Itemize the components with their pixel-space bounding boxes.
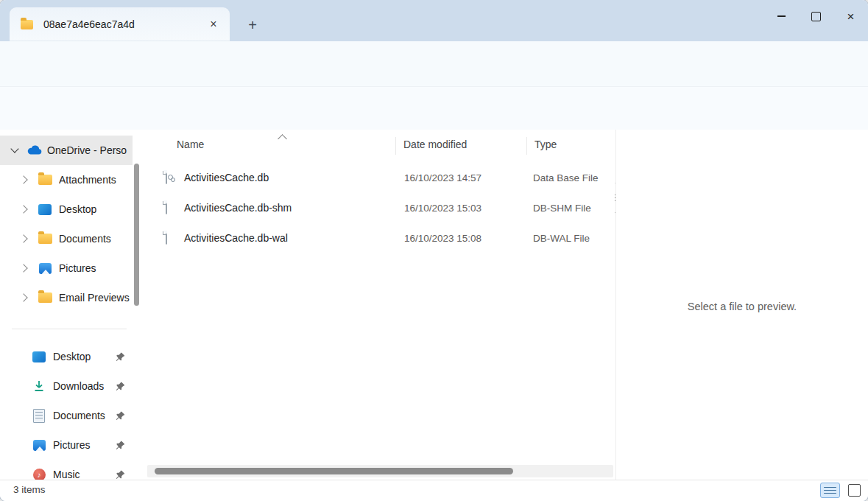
column-separator[interactable] <box>526 137 527 155</box>
column-header-name[interactable]: Name <box>177 139 204 150</box>
folder-icon <box>18 20 35 29</box>
folder-icon <box>37 234 53 244</box>
sidebar-item-label: Email Previews <box>59 292 130 304</box>
sidebar-item-documents-pinned[interactable]: Documents <box>0 401 133 430</box>
address-row: ← → ↑ « Local › ConnectedDevicesPlatform… <box>0 86 868 130</box>
file-icon <box>166 201 167 214</box>
tab-title: 08ae7a4e6eac7a4d <box>43 18 135 30</box>
horizontal-scrollbar[interactable] <box>147 465 613 477</box>
chevron-down-icon[interactable] <box>10 144 18 153</box>
pin-icon <box>116 411 125 421</box>
column-separator[interactable] <box>395 137 396 155</box>
file-row-activitiescache-db[interactable]: ActivitiesCache.db 16/10/2023 14:57 Data… <box>150 164 609 194</box>
sidebar-item-onedrive[interactable]: OneDrive - Perso <box>0 136 133 165</box>
minimize-button[interactable] <box>764 0 799 32</box>
items-count: 3 items <box>13 484 46 495</box>
sidebar-item-attachments[interactable]: Attachments <box>0 165 133 195</box>
details-view-toggle[interactable] <box>820 483 840 498</box>
sidebar-item-label: Music <box>53 469 80 480</box>
sidebar-item-label: OneDrive - Perso <box>47 144 130 156</box>
sort-ascending-icon <box>278 134 287 144</box>
pin-icon <box>116 470 125 480</box>
folder-icon <box>37 175 53 185</box>
sidebar-item-label: Desktop <box>59 203 96 215</box>
file-type: DB-WAL File <box>533 233 590 244</box>
file-icon <box>166 231 167 245</box>
explorer-tab[interactable]: 08ae7a4e6eac7a4d × <box>10 7 230 41</box>
status-bar: 3 items <box>0 480 868 501</box>
titlebar: 08ae7a4e6eac7a4d × + × <box>0 0 868 41</box>
database-file-icon <box>166 171 167 184</box>
desktop-icon <box>31 351 47 362</box>
sidebar-item-documents-onedrive[interactable]: Documents <box>0 224 133 253</box>
horizontal-scrollbar-thumb[interactable] <box>155 468 513 474</box>
file-type: Data Base File <box>533 172 599 183</box>
large-icons-view-toggle[interactable] <box>848 484 861 497</box>
sidebar-item-desktop-pinned[interactable]: Desktop <box>0 342 133 371</box>
file-list: Name Date modified Type ActivitiesCache.… <box>144 130 615 480</box>
pin-icon <box>116 441 125 450</box>
column-header-date-modified[interactable]: Date modified <box>403 139 467 150</box>
file-name: ActivitiesCache.db <box>184 172 269 183</box>
sidebar-item-desktop-onedrive[interactable]: Desktop <box>0 195 133 224</box>
sidebar-divider <box>12 329 127 329</box>
command-bar: New A <box>0 41 868 86</box>
sidebar-item-email-previews[interactable]: Email Previews <box>0 283 133 312</box>
column-header-type[interactable]: Type <box>534 139 557 150</box>
chevron-right-icon[interactable] <box>19 264 27 272</box>
preview-pane: Select a file to preview. <box>615 130 868 480</box>
file-date-modified: 16/10/2023 15:08 <box>404 233 481 244</box>
pin-icon <box>116 352 125 362</box>
sidebar-scrollbar[interactable] <box>134 164 139 306</box>
minimize-icon <box>777 15 786 16</box>
pictures-icon <box>31 440 47 451</box>
file-explorer-window: 08ae7a4e6eac7a4d × + × New <box>0 0 868 501</box>
chevron-right-icon[interactable] <box>19 205 27 213</box>
window-controls: × <box>764 0 868 32</box>
file-date-modified: 16/10/2023 15:03 <box>404 203 481 214</box>
sidebar-item-downloads-pinned[interactable]: Downloads <box>0 371 133 401</box>
close-icon: × <box>847 10 855 23</box>
chevron-right-icon[interactable] <box>19 293 27 301</box>
sidebar-item-label: Documents <box>59 233 111 245</box>
sidebar-item-label: Desktop <box>53 351 91 362</box>
downloads-icon <box>31 379 47 393</box>
sidebar-item-pictures-onedrive[interactable]: Pictures <box>0 253 133 283</box>
file-type: DB-SHM File <box>533 203 591 214</box>
file-name: ActivitiesCache.db-wal <box>184 232 288 244</box>
onedrive-cloud-icon <box>27 144 43 156</box>
chevron-right-icon[interactable] <box>19 175 27 183</box>
mail-folder-icon <box>37 292 53 303</box>
sidebar-item-label: Attachments <box>59 174 116 186</box>
pin-icon <box>116 382 125 391</box>
new-tab-button[interactable]: + <box>242 15 263 35</box>
sidebar-item-pictures-pinned[interactable]: Pictures <box>0 430 133 460</box>
sidebar-item-label: Documents <box>53 410 105 421</box>
desktop-folder-icon <box>37 204 53 215</box>
navigation-pane: OneDrive - Perso Attachments Desktop Doc… <box>0 130 144 480</box>
file-name: ActivitiesCache.db-shm <box>184 202 292 214</box>
maximize-button[interactable] <box>799 0 833 32</box>
file-row-activitiescache-db-wal[interactable]: ActivitiesCache.db-wal 16/10/2023 15:08 … <box>150 224 609 254</box>
tab-close-icon[interactable]: × <box>205 15 222 33</box>
music-icon: ♪ <box>31 469 47 481</box>
sidebar-item-label: Downloads <box>53 380 104 392</box>
file-date-modified: 16/10/2023 14:57 <box>404 172 481 183</box>
file-row-activitiescache-db-shm[interactable]: ActivitiesCache.db-shm 16/10/2023 15:03 … <box>150 194 609 224</box>
sidebar-item-label: Pictures <box>59 262 96 274</box>
maximize-icon <box>811 12 821 21</box>
sidebar-item-label: Pictures <box>53 439 91 451</box>
documents-icon <box>31 409 47 423</box>
chevron-right-icon[interactable] <box>19 234 27 242</box>
close-button[interactable]: × <box>833 0 868 32</box>
preview-empty-text: Select a file to preview. <box>616 301 868 312</box>
pictures-folder-icon <box>37 263 53 274</box>
